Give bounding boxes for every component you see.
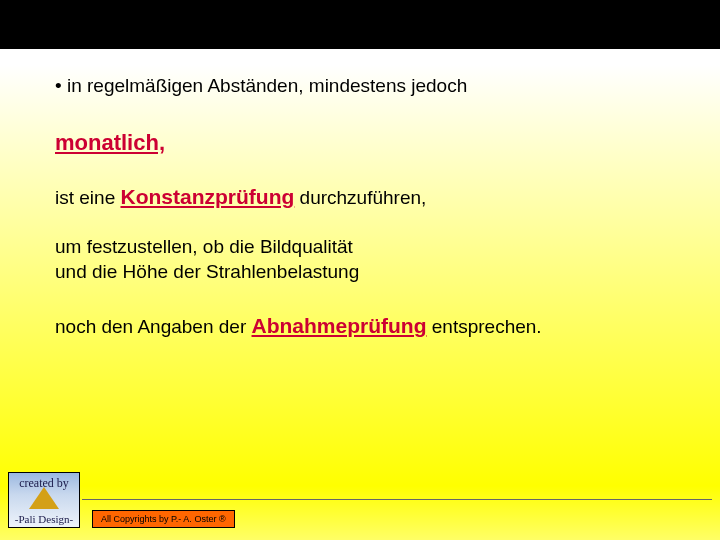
text-pre-konstanz: ist eine (55, 187, 120, 208)
line-abnahme: noch den Angaben der Abnahmeprüfung ents… (55, 312, 690, 340)
slide-content: • in regelmäßigen Abständen, mindestens … (55, 74, 690, 340)
line-konstanz: ist eine Konstanzprüfung durchzuführen, (55, 183, 690, 211)
pyramid-icon (29, 487, 59, 509)
logo-text-bottom: -Pali Design- (9, 513, 79, 525)
text-pre-abnahme: noch den Angaben der (55, 316, 252, 337)
text-post-abnahme: entsprechen. (427, 316, 542, 337)
divider-line (82, 499, 712, 500)
line-bildqualitaet: um festzustellen, ob die Bildqualität un… (55, 235, 690, 284)
text-line-4a: um festzustellen, ob die Bildqualität (55, 235, 690, 260)
text-line-4b: und die Höhe der Strahlenbelastung (55, 260, 690, 285)
word-konstanzpruefung: Konstanzprüfung (120, 185, 294, 208)
word-abnahmepruefung: Abnahmeprüfung (252, 314, 427, 337)
emphasis-monatlich: monatlich, (55, 129, 690, 158)
text-post-konstanz: durchzuführen, (294, 187, 426, 208)
logo-pali-design: created by -Pali Design- (8, 472, 80, 528)
word-monatlich: monatlich, (55, 130, 165, 155)
copyright-badge: All Copyrights by P.- A. Oster ® (92, 510, 235, 528)
bullet-line-1: • in regelmäßigen Abständen, mindestens … (55, 74, 690, 99)
